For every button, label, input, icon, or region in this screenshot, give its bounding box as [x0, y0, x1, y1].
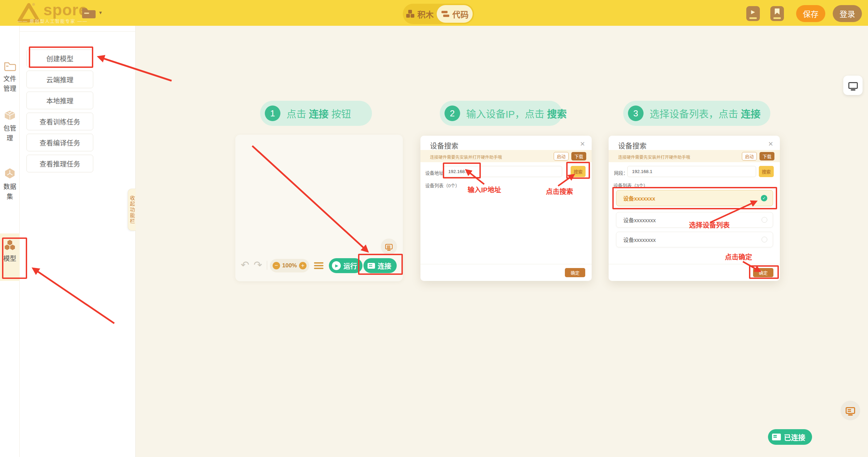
sidebar-item-label: 文件管理	[0, 73, 20, 94]
left-icon-rail: 文件管理 包管理 数据集 模型	[0, 26, 20, 457]
close-icon[interactable]: ×	[580, 139, 585, 149]
subnet-label: 网段：	[614, 169, 628, 176]
folder-icon	[4, 61, 16, 71]
blocks-icon	[406, 10, 415, 18]
canvas-menu-button[interactable]	[314, 262, 323, 270]
manual-button[interactable]	[770, 6, 784, 21]
play-icon: ▶	[332, 261, 341, 270]
monitor-icon	[848, 82, 858, 89]
connected-label: 已连接	[784, 432, 805, 442]
sidebar-item-label: 数据集	[0, 180, 20, 202]
dataset-hexagon-icon	[4, 168, 16, 179]
view-training-tasks-button[interactable]: 查看训练任务	[26, 113, 93, 130]
mode-blocks-tab[interactable]: 积木	[403, 4, 437, 24]
local-inference-button[interactable]: 本地推理	[26, 92, 93, 109]
annotation-enter-ip: 输入IP地址	[468, 185, 501, 194]
spore-app: spore —— 原创型人工智能专家 —— ▼ 积木 代码 ▶	[0, 0, 868, 457]
confirm-button[interactable]: 确定	[753, 268, 773, 277]
download-assistant-button[interactable]: 下载	[571, 152, 586, 160]
undo-button[interactable]: ↶	[241, 259, 249, 271]
mode-code-tab[interactable]: 代码	[437, 5, 473, 23]
device-icon	[368, 263, 375, 269]
device-address-input[interactable]	[443, 166, 562, 177]
redo-button[interactable]: ↷	[254, 259, 262, 271]
step-badge-3: 3 选择设备列表，点击 连接	[623, 101, 770, 126]
model-function-panel: 创建模型 云端推理 本地推理 查看训练任务 查看编译任务 查看推理任务	[20, 26, 136, 457]
mode-blocks-label: 积木	[417, 8, 434, 20]
view-inference-tasks-button[interactable]: 查看推理任务	[26, 155, 93, 172]
canvas-preview-button[interactable]	[381, 239, 397, 255]
view-compile-tasks-button[interactable]: 查看编译任务	[26, 134, 93, 151]
package-icon	[4, 110, 16, 121]
device-list-item[interactable]: 设备xxxxxxxx	[616, 232, 773, 247]
device-search-dialog-step3: 设备搜索 × 连接硬件需要先安装并打开硬件助手哦 启动 下载 网段： 搜索 设备…	[609, 136, 780, 281]
annotation-select-device: 选择设备列表	[689, 220, 730, 230]
sidebar-item-label: 包管理	[0, 122, 20, 143]
run-button[interactable]: ▶ 运行	[329, 258, 362, 273]
model-hexagons-icon	[3, 240, 16, 251]
logo-tagline: —— 原创型人工智能专家 ——	[18, 18, 87, 24]
folder-icon	[81, 6, 96, 19]
file-menu-button[interactable]: ▼	[81, 5, 104, 20]
zoom-in-button[interactable]: +	[299, 262, 307, 269]
dialog-title: 设备搜索	[618, 140, 647, 150]
subnet-input[interactable]	[627, 166, 756, 177]
device-screen-button[interactable]	[841, 401, 860, 420]
cloud-inference-button[interactable]: 云端推理	[26, 71, 93, 88]
step-number: 1	[265, 106, 280, 121]
sidebar-item-dataset[interactable]: 数据集	[0, 168, 20, 202]
monitor-icon	[385, 244, 393, 249]
mode-code-label: 代码	[452, 8, 469, 20]
step-number: 2	[445, 106, 460, 121]
create-model-button[interactable]: 创建模型	[26, 50, 93, 67]
screen-preview-button[interactable]	[843, 76, 863, 95]
step-badge-1: 1 点击 连接 按钮	[260, 101, 372, 126]
topbar: spore —— 原创型人工智能专家 —— ▼ 积木 代码 ▶	[0, 0, 868, 26]
radio-icon	[762, 217, 767, 223]
launch-assistant-button[interactable]: 启动	[742, 152, 757, 160]
notice-text: 连接硬件需要先安装并打开硬件助手哦	[430, 154, 502, 160]
mode-toggle: 积木 代码	[403, 4, 474, 24]
device-icon	[772, 434, 781, 440]
step-number: 3	[628, 106, 644, 121]
collapse-sidebar-tab[interactable]: 收起功能栏	[128, 189, 136, 231]
device-list-label: 设备列表（3个）	[613, 182, 648, 189]
device-list-label: 设备列表（0个）	[425, 182, 460, 189]
annotation-click-search: 点击搜索	[546, 186, 573, 196]
device-search-dialog-step2: 设备搜索 × 连接硬件需要先安装并打开硬件助手哦 启动 下载 设备地址： 搜索 …	[420, 136, 592, 281]
sidebar-item-label: 模型	[0, 252, 20, 264]
workspace-canvas: ↶ ↷ − 100% + ▶ 运行 连接	[235, 135, 403, 281]
connect-button[interactable]: 连接	[363, 258, 397, 273]
notice-bar: 连接硬件需要先安装并打开硬件助手哦 启动 下载	[609, 150, 780, 162]
caret-down-icon: ▼	[98, 10, 103, 15]
connected-status-badge[interactable]: 已连接	[768, 429, 812, 445]
device-list-item-selected[interactable]: 设备xxxxxxx ✓	[616, 190, 773, 206]
download-assistant-button[interactable]: 下载	[760, 152, 774, 160]
sidebar-item-package-management[interactable]: 包管理	[0, 110, 20, 143]
zoom-control: − 100% +	[270, 259, 309, 272]
launch-assistant-button[interactable]: 启动	[554, 152, 569, 160]
confirm-button[interactable]: 确定	[565, 268, 585, 277]
annotation-click-confirm: 点击确定	[725, 252, 752, 262]
notice-bar: 连接硬件需要先安装并打开硬件助手哦 启动 下载	[420, 150, 592, 162]
tutorial-video-button[interactable]: ▶	[746, 6, 760, 21]
save-button[interactable]: 保存	[796, 5, 825, 22]
step-badge-2: 2 输入设备IP，点击 搜索	[440, 101, 562, 126]
play-icon: ▶	[751, 9, 755, 15]
search-button[interactable]: 搜索	[571, 166, 586, 177]
dialog-title: 设备搜索	[430, 140, 458, 150]
code-icon	[441, 10, 450, 18]
login-button[interactable]: 登录	[833, 5, 862, 22]
sidebar-item-file-management[interactable]: 文件管理	[0, 61, 20, 94]
notice-text: 连接硬件需要先安装并打开硬件助手哦	[618, 154, 690, 160]
search-button[interactable]: 搜索	[759, 166, 774, 177]
radio-icon	[762, 237, 767, 243]
close-icon[interactable]: ×	[768, 139, 773, 149]
monitor-icon	[846, 407, 855, 414]
sidebar-item-model[interactable]: 模型	[0, 240, 20, 264]
check-icon: ✓	[761, 195, 767, 202]
bookmark-icon	[775, 8, 780, 15]
